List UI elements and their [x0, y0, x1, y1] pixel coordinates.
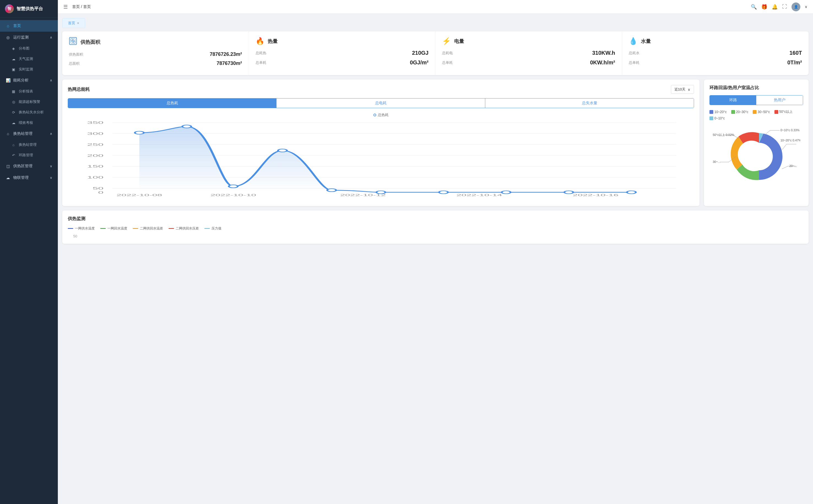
fullscreen-icon[interactable]: ⛶: [782, 4, 787, 10]
sidebar-item-home[interactable]: ⌂ 首页: [0, 20, 58, 32]
legend-item-0-10: 0~10°c: [710, 116, 725, 120]
legend-color-0-10: [710, 116, 713, 120]
donut-inner-circle: [745, 143, 773, 170]
stat-label-heat-energy-1: 总耗热: [256, 51, 266, 56]
svg-rect-1: [71, 39, 73, 41]
legend-dot-icon: [373, 114, 376, 116]
donut-chart-panel: 环路回温/热用户室温占比 环路 热用户 10~20°c 20~30°c: [704, 80, 809, 206]
sidebar-item-home-label: 首页: [13, 23, 21, 28]
tab-total-water-loss[interactable]: 总失水量: [485, 98, 694, 108]
sidebar-item-heat-area[interactable]: ◫ 供热区管理 ∨: [0, 160, 58, 172]
monitor-legend-label-4: 二网供回水压差: [176, 226, 199, 231]
report-icon: ▦: [11, 89, 16, 94]
stat-label-water-1: 总耗水: [629, 51, 640, 56]
sidebar-item-performance[interactable]: ☁ 绩效考核: [0, 117, 58, 128]
stats-row: 供热面积 供热面积 7876726.23m² 总面积 7876730m² 🔥 热…: [62, 31, 809, 75]
sidebar-item-distribution-label: 分布图: [19, 46, 29, 51]
svg-text:100: 100: [87, 176, 103, 179]
legend-color-10-20: [710, 110, 713, 114]
monitor-title: 供热监测: [68, 216, 85, 222]
breadcrumb-sep: /: [81, 4, 83, 9]
data-point-0: [135, 131, 144, 134]
energy-chart-tabs: 总热耗 总电耗 总失水量: [68, 98, 694, 108]
sidebar-item-loop[interactable]: ↶ 环路管理: [0, 150, 58, 160]
chart-area-fill: [139, 127, 632, 192]
chevron-up-icon: ∧: [50, 35, 52, 39]
donut-container: 0~10°c 0.33% 10~20°c 0.47% 50°c以上 0.02% …: [710, 124, 803, 190]
donut-tabs: 环路 热用户: [710, 95, 803, 105]
monitor-legend-item-5: 压力值: [205, 226, 222, 231]
sidebar-item-energy[interactable]: 📊 能耗分析 ∧: [0, 75, 58, 86]
stat-value-heat-energy-2: 0GJ/m²: [410, 59, 429, 66]
data-point-3: [278, 149, 287, 152]
station-mgmt-icon: ⌂: [6, 132, 10, 136]
legend-color-20-30: [731, 110, 735, 114]
stat-label-heat-energy-2: 总单耗: [256, 60, 266, 65]
data-point-6: [439, 191, 448, 194]
date-selector[interactable]: 近10天 ∨: [671, 85, 694, 94]
chevron-heat-icon: ∨: [50, 164, 52, 168]
avatar[interactable]: 👤: [792, 2, 800, 11]
legend-item-30-50: 30~50°c: [753, 109, 770, 114]
legend-label-50-plus: 50°c以上: [779, 109, 793, 114]
bell-icon[interactable]: 🔔: [772, 4, 778, 10]
menu-toggle-icon[interactable]: ☰: [63, 4, 68, 10]
breadcrumb-home[interactable]: 首页: [72, 4, 80, 9]
date-selector-chevron: ∨: [688, 87, 691, 92]
chevron-station-icon: ∧: [50, 132, 52, 136]
tab-close-icon[interactable]: ✕: [77, 21, 79, 25]
search-icon[interactable]: 🔍: [751, 4, 757, 10]
legend-label-10-20: 10~20°c: [714, 110, 727, 114]
stat-value-heat-area-2: 7876730m²: [217, 61, 242, 66]
legend-color-50-plus: [774, 110, 778, 114]
sidebar-item-energy-label: 能耗分析: [13, 78, 29, 83]
heat-area-icon: ◫: [6, 164, 10, 168]
gift-icon[interactable]: 🎁: [761, 4, 767, 10]
donut-seg-30-50: [731, 136, 743, 169]
sidebar-item-station-mgmt[interactable]: ⌂ 换热站管理 ∧: [0, 128, 58, 139]
monitor-legend-item-3: 二网供回水温差: [133, 226, 163, 231]
svg-text:0: 0: [98, 191, 103, 195]
stat-header-heat-energy: 🔥 热量: [256, 37, 429, 45]
breadcrumb: 首页 / 首页: [72, 4, 91, 9]
donut-tab-loop[interactable]: 环路: [710, 95, 756, 105]
legend-label-20-30: 20~30°c: [736, 110, 749, 114]
data-point-2: [229, 185, 238, 188]
sidebar-logo: 智 智慧供热平台: [0, 0, 58, 18]
sidebar-item-monitor[interactable]: ◎ 运行监测 ∧: [0, 32, 58, 43]
sidebar-item-distribution[interactable]: ◈ 分布图: [0, 43, 58, 54]
tab-home[interactable]: 首页 ✕: [62, 18, 85, 28]
sidebar-item-heat-area-label: 供热区管理: [13, 164, 32, 169]
tab-bar: 首页 ✕: [62, 18, 809, 28]
sidebar-item-loss[interactable]: ⟳ 换热站失水分析: [0, 107, 58, 117]
stat-row-water-1: 总耗水 160T: [629, 50, 802, 56]
donut-tab-user[interactable]: 热用户: [756, 95, 803, 105]
svg-text:150: 150: [87, 165, 103, 168]
svg-rect-2: [73, 39, 75, 41]
sidebar-item-report[interactable]: ▦ 分析报表: [0, 86, 58, 97]
legend-line-3: [133, 228, 138, 229]
sidebar-item-station[interactable]: ⌂ 换热站管理: [0, 139, 58, 150]
energy-chart-header: 热网总能耗 近10天 ∨: [68, 85, 694, 94]
donut-svg: 0~10°c 0.33% 10~20°c 0.47% 50°c以上 0.02% …: [712, 124, 800, 190]
sidebar-item-weather[interactable]: ☁ 天气监测: [0, 54, 58, 64]
sidebar-item-realtime[interactable]: ▣ 实时监测: [0, 64, 58, 75]
sidebar-item-realtime-label: 实时监测: [19, 67, 33, 72]
svg-text:2022-10-10: 2022-10-10: [211, 193, 256, 197]
chevron-down-icon: ∧: [50, 78, 52, 82]
svg-rect-4: [73, 41, 75, 43]
sidebar-item-alarm[interactable]: ◎ 能源超标预警: [0, 97, 58, 107]
sidebar-item-alarm-label: 能源超标预警: [19, 99, 40, 104]
tab-total-electric[interactable]: 总电耗: [277, 98, 485, 108]
svg-text:50: 50: [92, 187, 103, 190]
stat-header-water: 💧 水量: [629, 37, 802, 45]
tab-total-heat[interactable]: 总热耗: [68, 98, 277, 108]
stat-value-water-1: 160T: [789, 50, 802, 56]
sidebar-item-iot[interactable]: ☁ 物联管理 ∨: [0, 172, 58, 183]
stat-row-electricity-1: 总耗电 310KW.h: [442, 50, 615, 56]
station-icon: ⌂: [11, 143, 16, 147]
stat-row-heat-energy-2: 总单耗 0GJ/m²: [256, 59, 429, 66]
donut-chart-header: 环路回温/热用户室温占比: [710, 85, 803, 91]
weather-icon: ☁: [11, 57, 16, 61]
date-selector-label: 近10天: [675, 87, 686, 92]
